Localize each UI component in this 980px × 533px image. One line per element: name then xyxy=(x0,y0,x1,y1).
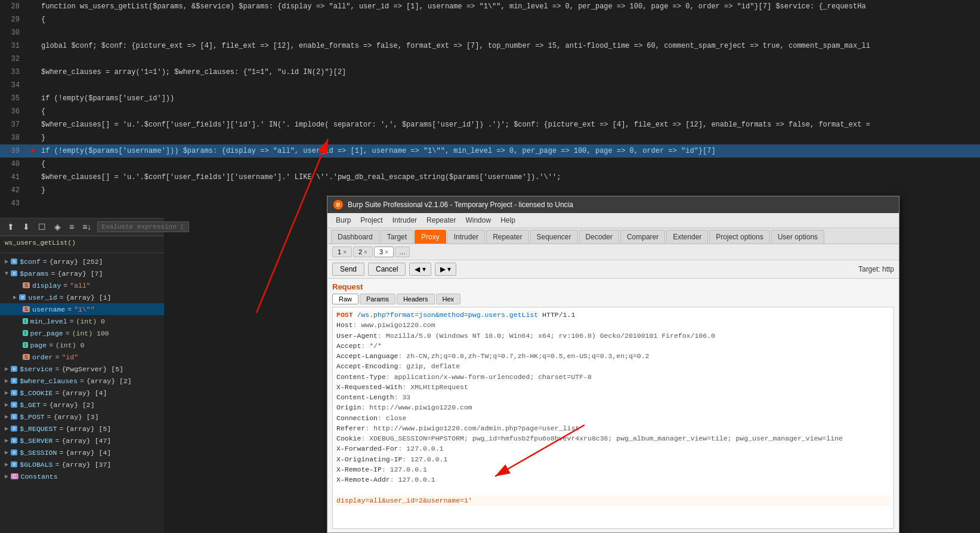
watch-item-service[interactable]: ▶≡$service={PwgServer} [5] xyxy=(0,363,164,375)
expand-arrow[interactable]: ▶ xyxy=(5,461,8,468)
burp-tab-sequencer[interactable]: Sequencer xyxy=(530,230,578,244)
close-tab-3[interactable]: × xyxy=(385,249,388,255)
watch-item-userid[interactable]: ▶≡user_id={array} [1] xyxy=(0,291,164,303)
expand-arrow[interactable]: ▶ xyxy=(5,389,8,396)
expand-arrow[interactable]: ▶ xyxy=(5,413,8,420)
nav-prev-button[interactable]: ◀ ▾ xyxy=(409,263,431,276)
watch-item-SERVER[interactable]: ▶≡$_SERVER={array} [47] xyxy=(0,435,164,446)
watch-item-username[interactable]: Susername="1\"" xyxy=(0,303,164,315)
request-line-2: User-Agent: Mozilla/5.0 (Windows NT 10.0… xyxy=(336,331,890,341)
burp-tab-proxy[interactable]: Proxy xyxy=(415,230,446,244)
watch-item-SESSION[interactable]: ▶≡$_SESSION={array} [4] xyxy=(0,446,164,458)
burp-repeater: 1 × 2 × 3 × … Send Cancel ◀ ▾ ▶ ▾ Target… xyxy=(327,244,899,532)
burp-tab-user-options[interactable]: User options xyxy=(771,230,824,244)
request-line-11: Referer: http://www.piwigo1220.com/admin… xyxy=(336,423,890,433)
request-line-14: X-Originating-IP: 127.0.0.1 xyxy=(336,454,890,464)
request-body[interactable]: POST /ws.php?format=json&method=pwg.user… xyxy=(332,307,894,529)
code-line-29: 29 { xyxy=(0,13,980,26)
burp-titlebar: B Burp Suite Professional v2.1.06 - Temp… xyxy=(327,196,899,213)
expand-arrow[interactable]: ▶ xyxy=(5,437,8,444)
burp-tab-intruder[interactable]: Intruder xyxy=(447,230,485,244)
watch-expression-input[interactable] xyxy=(97,221,189,232)
watch-item-COOKIE[interactable]: ▶≡$_COOKIE={array} [4] xyxy=(0,387,164,399)
cancel-button[interactable]: Cancel xyxy=(368,263,406,276)
req-tab-hex[interactable]: Hex xyxy=(436,294,461,304)
repeater-tab-1[interactable]: 1 × xyxy=(332,247,352,257)
burp-tab-decoder[interactable]: Decoder xyxy=(579,230,619,244)
expand-arrow[interactable]: ▼ xyxy=(5,270,8,277)
request-line-5: Accept-Encoding: gzip, deflate xyxy=(336,361,890,371)
watch-item-GLOBALS[interactable]: ▶≡$GLOBALS={array} [37] xyxy=(0,458,164,470)
call-stack: ws_users_getList() xyxy=(0,236,164,252)
code-line-41: 41 $where_clauses[] = 'u.'.$conf['user_f… xyxy=(0,171,980,184)
request-line-15: X-Remote-IP: 127.0.0.1 xyxy=(336,464,890,475)
burp-tab-extender[interactable]: Extender xyxy=(666,230,708,244)
close-tab-1[interactable]: × xyxy=(343,249,347,255)
watch-item-conf[interactable]: ▶≡$conf={array} [252] xyxy=(0,255,164,267)
watch-item-minlevel[interactable]: Imin_level=(int) 0 xyxy=(0,315,164,327)
watch-item-page[interactable]: Ipage=(int) 0 xyxy=(0,339,164,351)
expand-arrow[interactable]: ▶ xyxy=(5,365,8,372)
debug-step-over[interactable]: ☐ xyxy=(36,221,48,233)
debug-list-down[interactable]: ≡↓ xyxy=(80,221,94,233)
expand-arrow[interactable]: ▶ xyxy=(5,473,8,480)
request-line-17 xyxy=(336,485,890,495)
repeater-toolbar: Send Cancel ◀ ▾ ▶ ▾ Target: http xyxy=(327,260,899,279)
expand-arrow[interactable]: ▶ xyxy=(5,449,8,456)
request-line-12: Cookie: XDEBUG_SESSION=PHPSTORM; pwg_id=… xyxy=(336,433,890,443)
send-button[interactable]: Send xyxy=(332,263,364,276)
expand-arrow[interactable]: ▶ xyxy=(5,258,8,265)
burp-tab-repeater[interactable]: Repeater xyxy=(486,230,528,244)
expand-arrow[interactable]: ▶ xyxy=(5,425,8,432)
watch-item-display[interactable]: Sdisplay="all" xyxy=(0,279,164,291)
close-tab-2[interactable]: × xyxy=(364,249,367,255)
watch-item-params[interactable]: ▼≡$params={array} [7] xyxy=(0,267,164,279)
menu-window[interactable]: Window xyxy=(460,214,496,226)
code-line-34: 34 xyxy=(0,79,980,92)
expand-arrow[interactable]: ▶ xyxy=(13,294,17,301)
code-line-39: 39● if (!empty($params['username'])) $pa… xyxy=(0,144,980,158)
watch-item-POST[interactable]: ▶≡$_POST={array} [3] xyxy=(0,411,164,423)
menu-burp[interactable]: Burp xyxy=(331,214,355,226)
watch-item-Constants[interactable]: ▶CConstants xyxy=(0,470,164,482)
repeater-tab-3[interactable]: 3 × xyxy=(374,247,394,257)
burp-logo: B xyxy=(333,200,343,209)
expand-arrow[interactable]: ▶ xyxy=(5,401,8,408)
burp-tab-target[interactable]: Target xyxy=(381,230,413,244)
request-line-13: X-Forwarded-For: 127.0.0.1 xyxy=(336,443,890,454)
burp-tab-dashboard[interactable]: Dashboard xyxy=(331,230,379,244)
burp-tab-comparer[interactable]: Comparer xyxy=(620,230,665,244)
debug-toggle[interactable]: ◈ xyxy=(52,221,63,233)
request-line-9: Origin: http://www.piwigo1220.com xyxy=(336,402,890,412)
code-line-37: 37 $where_clauses[] = 'u.'.$conf['user_f… xyxy=(0,118,980,131)
repeater-tab-2[interactable]: 2 × xyxy=(353,247,373,257)
burp-title: Burp Suite Professional v2.1.06 - Tempor… xyxy=(348,201,573,209)
watch-item-perpage[interactable]: Iper_page=(int) 100 xyxy=(0,327,164,339)
req-tab-headers[interactable]: Headers xyxy=(397,294,435,304)
nav-next-button[interactable]: ▶ ▾ xyxy=(435,263,456,276)
debug-step-up[interactable]: ⬆ xyxy=(5,221,17,233)
repeater-tabbar: 1 × 2 × 3 × … xyxy=(327,244,899,260)
debug-step-down[interactable]: ⬇ xyxy=(20,221,32,233)
code-line-35: 35 if (!empty($params['user_id'])) xyxy=(0,92,980,105)
watch-item-GET[interactable]: ▶≡$_GET={array} [2] xyxy=(0,399,164,411)
request-line-4: Accept-Language: zh-CN,zh;q=0.8,zh-TW;q=… xyxy=(336,351,890,361)
expand-arrow[interactable]: ▶ xyxy=(5,377,8,384)
menu-intruder[interactable]: Intruder xyxy=(388,214,422,226)
repeater-more-tabs[interactable]: … xyxy=(395,247,410,257)
watch-item-REQUEST[interactable]: ▶≡$_REQUEST={array} [5] xyxy=(0,423,164,435)
request-line-8: Content-Length: 33 xyxy=(336,392,890,402)
req-tab-params[interactable]: Params xyxy=(360,294,395,304)
burp-menubar: Burp Project Intruder Repeater Window He… xyxy=(327,213,899,228)
debug-list[interactable]: ≡ xyxy=(67,221,76,233)
menu-repeater[interactable]: Repeater xyxy=(422,214,460,226)
menu-help[interactable]: Help xyxy=(496,214,520,226)
burp-tab-project-options[interactable]: Project options xyxy=(709,230,769,244)
watch-item-order[interactable]: Sorder="id" xyxy=(0,351,164,363)
watch-items-list: ▶≡$conf={array} [252]▼≡$params={array} [… xyxy=(0,253,164,516)
watch-item-whereclauses[interactable]: ▶≡$where_clauses={array} [2] xyxy=(0,375,164,387)
code-line-38: 38 } xyxy=(0,131,980,144)
request-line-16: X-Remote-Addr: 127.0.0.1 xyxy=(336,475,890,485)
menu-project[interactable]: Project xyxy=(355,214,387,226)
req-tab-raw[interactable]: Raw xyxy=(332,294,358,304)
